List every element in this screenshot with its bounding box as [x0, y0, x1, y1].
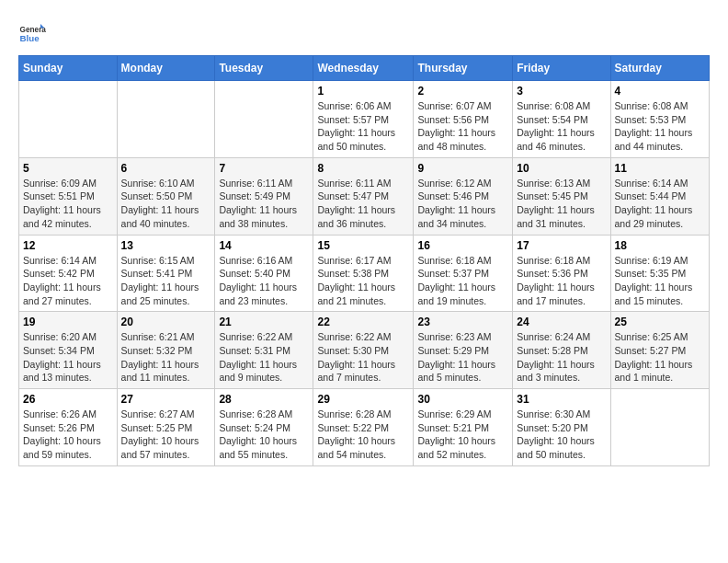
calendar-day-cell: 19Sunrise: 6:20 AMSunset: 5:34 PMDayligh…: [19, 312, 118, 389]
day-info: Sunrise: 6:29 AMSunset: 5:21 PMDaylight:…: [417, 408, 508, 462]
day-of-week-header: Wednesday: [313, 56, 414, 81]
day-number: 7: [219, 162, 309, 175]
day-info: Sunrise: 6:30 AMSunset: 5:20 PMDaylight:…: [517, 408, 606, 462]
day-info: Sunrise: 6:14 AMSunset: 5:44 PMDaylight:…: [615, 177, 705, 231]
day-number: 20: [121, 316, 211, 328]
calendar-day-cell: [117, 81, 215, 158]
day-info: Sunrise: 6:18 AMSunset: 5:36 PMDaylight:…: [517, 254, 606, 308]
calendar-day-cell: [610, 389, 709, 466]
day-number: 19: [23, 316, 113, 328]
day-info: Sunrise: 6:18 AMSunset: 5:37 PMDaylight:…: [417, 254, 508, 308]
day-info: Sunrise: 6:16 AMSunset: 5:40 PMDaylight:…: [219, 254, 309, 308]
calendar-day-cell: 23Sunrise: 6:23 AMSunset: 5:29 PMDayligh…: [414, 312, 513, 389]
calendar-day-cell: 27Sunrise: 6:27 AMSunset: 5:25 PMDayligh…: [117, 389, 215, 466]
day-info: Sunrise: 6:11 AMSunset: 5:49 PMDaylight:…: [219, 177, 309, 231]
day-number: 29: [317, 393, 409, 406]
calendar-week-row: 1Sunrise: 6:06 AMSunset: 5:57 PMDaylight…: [19, 81, 710, 158]
day-info: Sunrise: 6:28 AMSunset: 5:24 PMDaylight:…: [219, 408, 309, 462]
day-number: 11: [615, 162, 705, 175]
day-number: 16: [417, 239, 508, 252]
calendar-day-cell: 26Sunrise: 6:26 AMSunset: 5:26 PMDayligh…: [19, 389, 118, 466]
logo: General Blue: [18, 18, 52, 46]
calendar-day-cell: 29Sunrise: 6:28 AMSunset: 5:22 PMDayligh…: [313, 389, 414, 466]
day-number: 2: [417, 85, 508, 98]
day-number: 15: [317, 239, 409, 252]
calendar-day-cell: 20Sunrise: 6:21 AMSunset: 5:32 PMDayligh…: [117, 312, 215, 389]
calendar-week-row: 19Sunrise: 6:20 AMSunset: 5:34 PMDayligh…: [19, 312, 710, 389]
day-info: Sunrise: 6:08 AMSunset: 5:53 PMDaylight:…: [615, 99, 705, 154]
day-info: Sunrise: 6:23 AMSunset: 5:29 PMDaylight:…: [417, 330, 508, 385]
day-number: 1: [317, 85, 409, 98]
day-number: 14: [219, 239, 309, 252]
day-of-week-header: Monday: [117, 56, 215, 81]
day-info: Sunrise: 6:13 AMSunset: 5:45 PMDaylight:…: [517, 177, 606, 231]
day-info: Sunrise: 6:19 AMSunset: 5:35 PMDaylight:…: [615, 254, 705, 308]
logo-icon: General Blue: [18, 18, 46, 46]
calendar-day-cell: 31Sunrise: 6:30 AMSunset: 5:20 PMDayligh…: [513, 389, 610, 466]
day-info: Sunrise: 6:21 AMSunset: 5:32 PMDaylight:…: [121, 330, 211, 385]
day-number: 27: [121, 393, 211, 406]
day-number: 30: [417, 393, 508, 406]
day-info: Sunrise: 6:17 AMSunset: 5:38 PMDaylight:…: [317, 254, 409, 308]
calendar-week-row: 26Sunrise: 6:26 AMSunset: 5:26 PMDayligh…: [19, 389, 710, 466]
calendar-day-cell: 12Sunrise: 6:14 AMSunset: 5:42 PMDayligh…: [19, 235, 118, 312]
day-info: Sunrise: 6:08 AMSunset: 5:54 PMDaylight:…: [517, 99, 606, 154]
day-of-week-header: Tuesday: [215, 56, 313, 81]
day-info: Sunrise: 6:09 AMSunset: 5:51 PMDaylight:…: [23, 177, 113, 231]
day-number: 8: [317, 162, 409, 175]
calendar-week-row: 12Sunrise: 6:14 AMSunset: 5:42 PMDayligh…: [19, 235, 710, 312]
calendar-day-cell: 10Sunrise: 6:13 AMSunset: 5:45 PMDayligh…: [513, 157, 610, 235]
svg-text:Blue: Blue: [20, 33, 40, 43]
day-info: Sunrise: 6:07 AMSunset: 5:56 PMDaylight:…: [417, 99, 508, 154]
calendar-day-cell: 24Sunrise: 6:24 AMSunset: 5:28 PMDayligh…: [513, 312, 610, 389]
calendar-day-cell: 2Sunrise: 6:07 AMSunset: 5:56 PMDaylight…: [414, 81, 513, 158]
calendar-day-cell: 7Sunrise: 6:11 AMSunset: 5:49 PMDaylight…: [215, 157, 313, 235]
calendar-day-cell: 5Sunrise: 6:09 AMSunset: 5:51 PMDaylight…: [19, 157, 118, 235]
calendar-day-cell: 11Sunrise: 6:14 AMSunset: 5:44 PMDayligh…: [610, 157, 709, 235]
day-number: 31: [517, 393, 606, 406]
day-number: 18: [615, 239, 705, 252]
day-of-week-header: Friday: [513, 56, 610, 81]
day-info: Sunrise: 6:22 AMSunset: 5:31 PMDaylight:…: [219, 330, 309, 385]
day-number: 4: [615, 85, 705, 98]
day-of-week-header: Sunday: [19, 56, 118, 81]
calendar-day-cell: 9Sunrise: 6:12 AMSunset: 5:46 PMDaylight…: [414, 157, 513, 235]
calendar-day-cell: 28Sunrise: 6:28 AMSunset: 5:24 PMDayligh…: [215, 389, 313, 466]
day-number: 13: [121, 239, 211, 252]
day-number: 24: [517, 316, 606, 328]
calendar-day-cell: 15Sunrise: 6:17 AMSunset: 5:38 PMDayligh…: [313, 235, 414, 312]
calendar-day-cell: 17Sunrise: 6:18 AMSunset: 5:36 PMDayligh…: [513, 235, 610, 312]
calendar-day-cell: 13Sunrise: 6:15 AMSunset: 5:41 PMDayligh…: [117, 235, 215, 312]
day-number: 22: [317, 316, 409, 328]
day-info: Sunrise: 6:10 AMSunset: 5:50 PMDaylight:…: [121, 177, 211, 231]
calendar-day-cell: 21Sunrise: 6:22 AMSunset: 5:31 PMDayligh…: [215, 312, 313, 389]
calendar-day-cell: 3Sunrise: 6:08 AMSunset: 5:54 PMDaylight…: [513, 81, 610, 158]
day-of-week-header: Thursday: [414, 56, 513, 81]
calendar-day-cell: [215, 81, 313, 158]
calendar-day-cell: 25Sunrise: 6:25 AMSunset: 5:27 PMDayligh…: [610, 312, 709, 389]
calendar-day-cell: 8Sunrise: 6:11 AMSunset: 5:47 PMDaylight…: [313, 157, 414, 235]
day-number: 5: [23, 162, 113, 175]
day-info: Sunrise: 6:25 AMSunset: 5:27 PMDaylight:…: [615, 330, 705, 385]
day-number: 23: [417, 316, 508, 328]
calendar-day-cell: 1Sunrise: 6:06 AMSunset: 5:57 PMDaylight…: [313, 81, 414, 158]
page-header: General Blue: [18, 18, 710, 46]
day-number: 25: [615, 316, 705, 328]
day-number: 6: [121, 162, 211, 175]
day-info: Sunrise: 6:22 AMSunset: 5:30 PMDaylight:…: [317, 330, 409, 385]
day-info: Sunrise: 6:15 AMSunset: 5:41 PMDaylight:…: [121, 254, 211, 308]
day-info: Sunrise: 6:14 AMSunset: 5:42 PMDaylight:…: [23, 254, 113, 308]
day-number: 26: [23, 393, 113, 406]
day-number: 17: [517, 239, 606, 252]
day-number: 21: [219, 316, 309, 328]
calendar-week-row: 5Sunrise: 6:09 AMSunset: 5:51 PMDaylight…: [19, 157, 710, 235]
day-info: Sunrise: 6:20 AMSunset: 5:34 PMDaylight:…: [23, 330, 113, 385]
day-number: 9: [417, 162, 508, 175]
day-of-week-header: Saturday: [610, 56, 709, 81]
calendar-day-cell: [19, 81, 118, 158]
calendar-day-cell: 14Sunrise: 6:16 AMSunset: 5:40 PMDayligh…: [215, 235, 313, 312]
calendar-day-cell: 30Sunrise: 6:29 AMSunset: 5:21 PMDayligh…: [414, 389, 513, 466]
day-number: 28: [219, 393, 309, 406]
calendar-day-cell: 18Sunrise: 6:19 AMSunset: 5:35 PMDayligh…: [610, 235, 709, 312]
day-number: 10: [517, 162, 606, 175]
